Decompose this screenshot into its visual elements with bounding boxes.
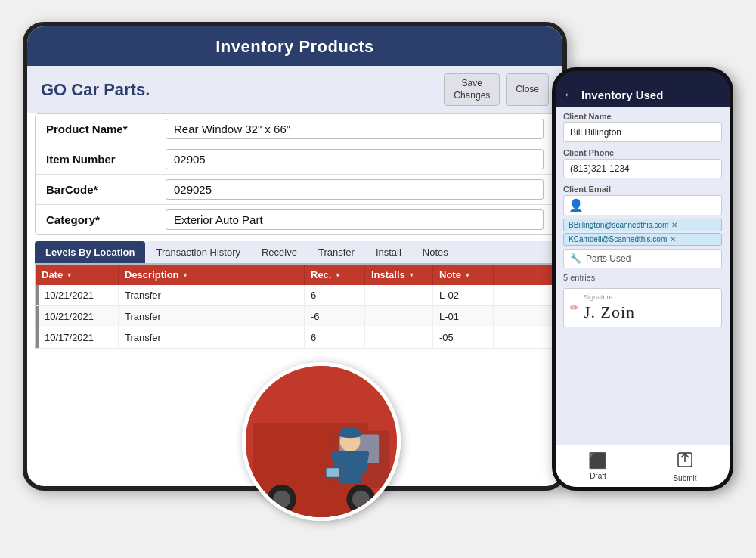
tab-install[interactable]: Install xyxy=(365,241,412,263)
email-tag-1-text: BBillington@scannedthis.com xyxy=(569,221,668,229)
submit-button[interactable]: Submit xyxy=(673,451,696,482)
client-phone-label: Client Phone xyxy=(563,148,722,157)
phone-header: ← Inventory Used xyxy=(556,82,730,107)
cell-date-1: 10/21/2021 xyxy=(36,285,119,305)
worker-photo xyxy=(242,362,401,521)
client-email-label: Client Email xyxy=(563,184,722,194)
parts-used-field[interactable]: 🔧 Parts Used xyxy=(563,249,722,268)
col-extra xyxy=(494,265,554,285)
back-arrow-icon[interactable]: ← xyxy=(563,88,575,101)
draft-button[interactable]: ⬛ Draft xyxy=(588,451,607,482)
transaction-table: Date ▼ Description ▼ Rec. ▼ Installs ▼ N… xyxy=(35,265,555,349)
cell-note-2: L-01 xyxy=(433,306,494,327)
remove-email-1-button[interactable]: ✕ xyxy=(671,221,677,229)
product-name-value[interactable]: Rear Window 32" x 66" xyxy=(166,119,544,139)
col-installs: Installs ▼ xyxy=(365,265,433,285)
cell-installs-2 xyxy=(365,306,433,327)
email-tag-2-text: KCambell@Scannedthis.com xyxy=(569,235,667,243)
sort-note-icon: ▼ xyxy=(464,271,471,279)
company-name: GO Car Parts. xyxy=(41,80,150,100)
person-icon: 👤 xyxy=(569,198,584,212)
sort-date-icon: ▼ xyxy=(66,271,73,279)
close-button[interactable]: Close xyxy=(506,73,549,106)
email-tag-2[interactable]: KCambell@Scannedthis.com ✕ xyxy=(563,233,722,246)
cell-extra-2 xyxy=(494,306,554,327)
signature-area: Signature J. Zoin xyxy=(584,293,635,322)
client-name-input[interactable] xyxy=(563,122,722,142)
save-changes-button[interactable]: SaveChanges xyxy=(444,73,500,106)
cell-installs-1 xyxy=(365,285,433,305)
tablet-title-bar: GO Car Parts. SaveChanges Close xyxy=(27,66,562,113)
submit-icon xyxy=(677,451,693,472)
client-phone-input[interactable] xyxy=(563,159,722,178)
client-email-input-row[interactable]: 👤 xyxy=(563,195,722,215)
cell-date-3: 10/17/2021 xyxy=(36,327,119,348)
tablet-header: Inventory Products xyxy=(27,26,562,66)
worker-illustration xyxy=(246,362,397,521)
cell-date-2: 10/21/2021 xyxy=(36,306,119,327)
form-row-barcode: BarCode* 029025 xyxy=(36,175,554,205)
signature-text: J. Zoin xyxy=(584,302,635,322)
signature-box[interactable]: ✏ Signature J. Zoin xyxy=(563,288,722,327)
cell-installs-3 xyxy=(365,327,433,348)
phone-footer: ⬛ Draft Submit xyxy=(556,445,730,487)
tab-receive[interactable]: Receive xyxy=(251,241,308,263)
svg-point-8 xyxy=(352,491,370,508)
barcode-label: BarCode* xyxy=(46,183,158,196)
svg-point-6 xyxy=(273,491,290,508)
client-name-label: Client Name xyxy=(563,112,722,121)
item-number-value[interactable]: 02905 xyxy=(166,149,544,169)
sort-desc-icon: ▼ xyxy=(182,271,189,279)
cell-rec-1: 6 xyxy=(305,285,365,305)
entries-count: 5 entries xyxy=(556,271,730,285)
cell-desc-1: Transfer xyxy=(119,285,305,305)
draft-icon: ⬛ xyxy=(588,451,607,470)
tab-transfer[interactable]: Transfer xyxy=(308,241,365,263)
barcode-value[interactable]: 029025 xyxy=(166,179,544,200)
cell-extra-1 xyxy=(494,285,554,305)
tab-transaction-history[interactable]: Transaction History xyxy=(145,241,251,263)
tab-levels-by-location[interactable]: Levels By Location xyxy=(35,241,145,263)
cell-rec-3: 6 xyxy=(305,327,365,348)
title-buttons: SaveChanges Close xyxy=(444,73,549,106)
cell-desc-3: Transfer xyxy=(119,327,305,348)
category-label: Category* xyxy=(46,213,158,226)
table-row: 10/21/2021 Transfer 6 L-02 xyxy=(36,285,554,306)
client-email-group: Client Email 👤 xyxy=(556,180,730,217)
parts-used-label: Parts Used xyxy=(586,253,631,264)
cell-rec-2: -6 xyxy=(305,306,365,327)
category-value[interactable]: Exterior Auto Part xyxy=(166,209,544,230)
table-row: 10/17/2021 Transfer 6 -05 xyxy=(36,327,554,349)
col-rec: Rec. ▼ xyxy=(305,265,365,285)
phone: ← Inventory Used Client Name Client Phon… xyxy=(552,67,733,491)
sort-rec-icon: ▼ xyxy=(334,271,341,279)
cell-note-3: -05 xyxy=(433,327,494,348)
table-row: 10/21/2021 Transfer -6 L-01 xyxy=(36,306,554,327)
phone-content: Client Name Client Phone Client Email 👤 … xyxy=(556,107,730,445)
col-date: Date ▼ xyxy=(36,265,119,285)
cell-note-1: L-02 xyxy=(433,285,494,305)
email-tag-1[interactable]: BBillington@scannedthis.com ✕ xyxy=(563,219,722,231)
draft-label: Draft xyxy=(590,472,606,480)
submit-label: Submit xyxy=(673,474,696,482)
col-description: Description ▼ xyxy=(119,265,305,285)
wrench-icon: 🔧 xyxy=(570,253,581,264)
tabs-bar: Levels By Location Transaction History R… xyxy=(35,241,555,265)
item-number-label: Item Number xyxy=(46,153,158,166)
cell-desc-2: Transfer xyxy=(119,306,305,327)
phone-status-bar xyxy=(556,71,730,82)
client-phone-group: Client Phone xyxy=(556,144,730,180)
form-row-category: Category* Exterior Auto Part xyxy=(36,205,554,234)
form-row-item-number: Item Number 02905 xyxy=(36,144,554,175)
svg-rect-11 xyxy=(342,427,359,437)
sort-installs-icon: ▼ xyxy=(408,271,415,279)
pencil-icon: ✏ xyxy=(570,302,579,314)
product-name-label: Product Name* xyxy=(46,122,158,135)
remove-email-2-button[interactable]: ✕ xyxy=(670,235,676,243)
product-form: Product Name* Rear Window 32" x 66" Item… xyxy=(35,113,555,235)
tab-notes[interactable]: Notes xyxy=(412,241,459,263)
col-note: Note ▼ xyxy=(433,265,494,285)
client-name-group: Client Name xyxy=(556,107,730,144)
signature-label: Signature xyxy=(584,293,635,301)
svg-rect-16 xyxy=(327,468,339,476)
